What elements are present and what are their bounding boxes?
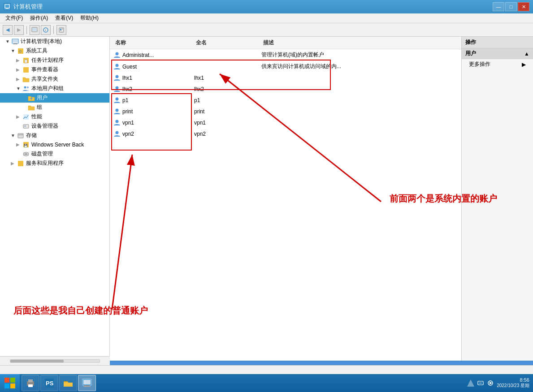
user-row[interactable]: printprint	[110, 106, 461, 117]
right-panel-section-users[interactable]: 用户 ▲	[462, 48, 533, 59]
user-row[interactable]: p1p1	[110, 95, 461, 106]
svg-point-38	[116, 120, 119, 123]
sidebar-item-groups[interactable]: ▶ 组	[0, 103, 109, 112]
close-button[interactable]: ✕	[518, 2, 529, 11]
user-desc-cell	[258, 133, 461, 135]
sidebar-label-local-users-groups: 本地用户和组	[31, 85, 64, 92]
user-row[interactable]: vpn2vpn2	[110, 129, 461, 140]
user-icon	[113, 63, 121, 70]
svg-rect-47	[10, 383, 15, 388]
svg-text:💾: 💾	[24, 143, 28, 147]
title-bar: 计算机管理 — □ ✕	[0, 0, 533, 13]
forward-button[interactable]: ▶	[14, 25, 24, 35]
user-icon	[113, 74, 121, 82]
svg-rect-50	[28, 384, 33, 387]
svg-point-33	[116, 64, 119, 67]
user-name-cell: vpn2	[110, 129, 191, 138]
sidebar-item-disk-mgmt[interactable]: ▶ 磁盘管理	[0, 149, 109, 159]
user-row[interactable]: lhx2lhx2	[110, 84, 461, 95]
user-desc-cell	[258, 99, 461, 101]
user-name-cell: Guest	[110, 62, 191, 71]
user-desc-cell	[258, 77, 461, 79]
svg-rect-11	[13, 39, 18, 43]
back-button[interactable]: ◀	[3, 25, 13, 35]
user-name-cell: lhx1	[110, 73, 191, 82]
user-row[interactable]: vpn1vpn1	[110, 117, 461, 129]
svg-rect-13	[13, 44, 17, 44]
svg-point-21	[30, 98, 32, 99]
sidebar-label-backup: Windows Server Back	[31, 142, 84, 148]
svg-rect-55	[84, 385, 90, 386]
sidebar-item-task-scheduler[interactable]: ▶ 📋 任务计划程序	[0, 56, 109, 65]
toolbar-btn2[interactable]: i	[41, 25, 51, 35]
user-icon	[113, 86, 121, 93]
svg-point-35	[116, 86, 119, 90]
sidebar-label-device-manager: 设备管理器	[31, 122, 58, 130]
user-fullname-cell: lhx2	[191, 85, 258, 93]
svg-rect-56	[83, 386, 91, 387]
taskbar-app-printer[interactable]	[22, 375, 39, 391]
user-list: Administrat...管理计算机(域)的内置帐户Guest供来宾访问计算机…	[110, 49, 461, 361]
svg-point-37	[116, 109, 119, 112]
sidebar-label-performance: 性能	[31, 113, 42, 121]
sidebar-item-storage[interactable]: ▼ 存储	[0, 131, 109, 140]
menu-action[interactable]: 操作(A)	[26, 13, 52, 23]
sidebar-label-users: 用户	[37, 94, 48, 102]
status-bar	[0, 365, 533, 374]
user-name-cell: p1	[110, 96, 191, 105]
menu-help[interactable]: 帮助(H)	[77, 13, 102, 23]
svg-text:📋: 📋	[24, 59, 28, 63]
svg-rect-54	[83, 380, 91, 384]
sidebar-item-local-users[interactable]: ▼ 本地用户和组	[0, 84, 109, 93]
sidebar-item-device-manager[interactable]: ▶ 设备管理器	[0, 121, 109, 131]
minimize-button[interactable]: —	[493, 2, 504, 11]
taskbar-app-computer-mgmt[interactable]	[78, 375, 96, 391]
toolbar-btn3[interactable]	[56, 25, 66, 35]
user-name-cell: vpn1	[110, 118, 191, 127]
content-header: 名称 全名 描述	[110, 37, 461, 49]
up-button[interactable]	[30, 25, 39, 35]
user-name-cell: Administrat...	[110, 51, 191, 60]
svg-point-20	[27, 86, 29, 88]
svg-point-32	[116, 52, 119, 55]
svg-point-19	[24, 86, 26, 88]
start-button[interactable]	[0, 374, 20, 392]
sidebar-item-performance[interactable]: ▶ 性能	[0, 112, 109, 121]
svg-marker-57	[467, 379, 474, 387]
maximize-button[interactable]: □	[505, 2, 517, 11]
user-row[interactable]: lhx1lhx1	[110, 73, 461, 84]
user-icon	[113, 130, 121, 138]
svg-rect-30	[24, 153, 28, 155]
sidebar-item-system-tools[interactable]: ▼ ⚙ 系统工具	[0, 46, 109, 56]
sidebar-item-services[interactable]: ▶ 服务和应用程序	[0, 159, 109, 168]
toolbar: ◀ ▶ i	[0, 23, 533, 37]
taskbar-app-explorer[interactable]	[59, 375, 77, 391]
user-desc-cell	[258, 111, 461, 112]
svg-rect-3	[32, 28, 37, 31]
sidebar-item-users[interactable]: ▶ 用户	[0, 93, 109, 103]
more-actions-arrow: ▶	[522, 61, 526, 68]
user-row[interactable]: Administrat...管理计算机(域)的内置帐户	[110, 49, 461, 61]
user-fullname-cell: print	[191, 108, 258, 116]
user-desc-cell	[258, 88, 461, 90]
svg-text:⚙: ⚙	[18, 49, 22, 54]
menu-view[interactable]: 查看(V)	[52, 13, 77, 23]
svg-point-36	[116, 98, 119, 101]
sidebar-item-backup[interactable]: ▶ 💾 Windows Server Back	[0, 140, 109, 149]
svg-rect-9	[60, 30, 61, 31]
svg-rect-24	[24, 125, 26, 127]
more-actions-label: 更多操作	[469, 60, 490, 68]
user-desc-cell	[258, 122, 461, 124]
svg-rect-8	[62, 29, 63, 29]
sidebar-item-root[interactable]: ▼ 计算机管理(本地)	[0, 37, 109, 46]
taskbar: PS 8:56 2022/10/23 星期	[0, 374, 533, 392]
svg-point-39	[116, 131, 119, 134]
svg-marker-61	[490, 382, 492, 384]
sidebar-item-shared-folders[interactable]: ▶ 共享文件夹	[0, 74, 109, 84]
right-panel-more-actions[interactable]: 更多操作 ▶	[462, 59, 533, 69]
taskbar-app-powershell[interactable]: PS	[40, 375, 58, 391]
user-fullname-cell: p1	[191, 96, 258, 104]
sidebar-item-event-viewer[interactable]: ▶ 事件查看器	[0, 65, 109, 74]
menu-file[interactable]: 文件(F)	[2, 13, 26, 23]
user-row[interactable]: Guest供来宾访问计算机或访问域的内...	[110, 61, 461, 73]
